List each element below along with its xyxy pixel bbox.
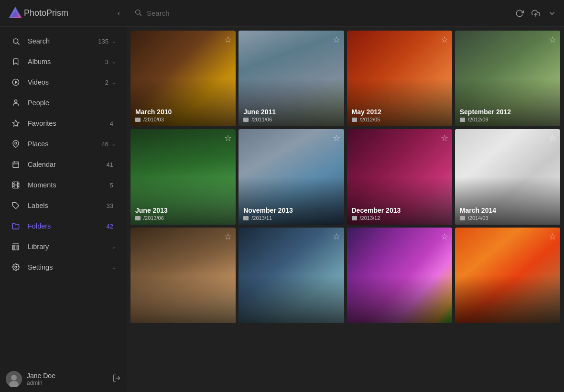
photo-overlay [347,228,452,323]
photo-footer: November 2013 /2013/11 [239,203,344,225]
photo-card[interactable]: March 2010 /2010/03 ☆ [130,31,236,126]
bookmark-icon [11,56,21,67]
calendar-icon [11,159,21,170]
sidebar-count-moments: 5 [110,182,113,189]
photo-card[interactable]: ☆ [347,228,452,323]
star-button[interactable]: ☆ [441,34,448,45]
chevron-down-icon: ⌄ [111,243,116,250]
more-button[interactable] [548,9,556,18]
sidebar-item-people[interactable]: People [3,93,124,113]
photo-path: /2010/03 [135,117,231,122]
chevron-down-icon: ⌄ [111,141,116,147]
person-icon [11,98,21,108]
photo-card[interactable]: September 2012 /2012/09 ☆ [455,31,560,126]
photo-overlay [239,228,344,323]
star-button[interactable]: ☆ [549,133,556,143]
photo-grid: March 2010 /2010/03 ☆ June 2011 /2011/06… [127,27,564,392]
star-button[interactable]: ☆ [333,231,340,242]
sidebar-label-favorites: Favorites [28,120,110,127]
sidebar-item-videos[interactable]: Videos 2 ⌄ [3,72,124,92]
sidebar-item-labels[interactable]: Labels 33 [3,196,124,216]
sidebar-label-settings: Settings [28,263,111,271]
photo-path-text: /2013/06 [143,215,164,221]
folder-small-icon [352,216,357,220]
collapse-sidebar-button[interactable]: ‹ [118,9,120,18]
chevron-down-icon: ⌄ [111,38,116,44]
photo-card[interactable]: November 2013 /2013/11 ☆ [239,129,344,225]
photo-path: /2013/12 [352,215,447,221]
sidebar-label-videos: Videos [28,78,105,86]
photo-path-text: /2011/06 [251,117,272,122]
folder-small-icon [460,216,465,220]
photo-footer: September 2012 /2012/09 [455,104,560,126]
photo-path: /2012/05 [352,117,447,122]
sidebar-count-search: 135 [98,38,108,45]
star-button[interactable]: ☆ [549,231,556,242]
star-button[interactable]: ☆ [441,133,448,143]
svg-marker-5 [15,81,17,83]
svg-rect-24 [17,245,19,250]
upload-button[interactable] [531,9,540,18]
sidebar-count-albums: 3 [105,58,108,65]
photo-path-text: /2010/03 [143,117,164,122]
photo-card[interactable]: ☆ [239,228,344,323]
star-button[interactable]: ☆ [224,34,232,45]
folder-small-icon [243,118,249,122]
avatar [6,371,22,387]
sidebar-item-places[interactable]: Places 46 ⌄ [3,134,124,154]
photo-card[interactable]: December 2013 /2013/12 ☆ [347,129,452,225]
photo-title: June 2013 [135,207,231,214]
photo-card[interactable]: June 2011 /2011/06 ☆ [239,31,344,126]
photo-footer: June 2011 /2011/06 [239,104,344,126]
star-button[interactable]: ☆ [441,231,448,242]
star-button[interactable]: ☆ [549,34,556,45]
photo-path: /2011/06 [243,117,339,122]
photo-path-text: /2013/12 [360,215,380,221]
sidebar-item-folders[interactable]: Folders 42 [3,216,124,236]
svg-line-3 [17,43,19,44]
svg-point-28 [11,375,17,381]
photo-card[interactable]: ☆ [455,228,560,323]
sidebar-header: PhotoPrism ‹ [0,0,127,27]
sidebar-label-labels: Labels [28,202,107,209]
svg-point-2 [13,38,18,43]
svg-point-26 [15,266,17,268]
main-content: March 2010 /2010/03 ☆ June 2011 /2011/06… [127,0,564,392]
folder-small-icon [352,118,357,122]
svg-point-6 [14,100,17,102]
sidebar-item-favorites[interactable]: Favorites 4 [3,113,124,133]
search-input[interactable] [147,9,510,17]
svg-marker-0 [9,7,22,18]
sidebar-nav: Search 135 ⌄ Albums 3 ⌄ Videos 2 ⌄ [0,27,127,366]
star-button[interactable]: ☆ [333,133,340,143]
photo-title: March 2010 [135,108,231,116]
sidebar-label-people: People [28,99,116,107]
label-icon [11,200,21,211]
photo-card[interactable]: May 2012 /2012/05 ☆ [347,31,452,126]
photo-title: September 2012 [460,108,555,116]
photo-overlay [130,228,236,323]
play-icon [11,77,21,87]
star-button[interactable]: ☆ [333,34,340,45]
sidebar-item-moments[interactable]: Moments 5 [3,175,124,195]
gear-icon [11,262,21,272]
photo-card[interactable]: June 2013 /2013/06 ☆ [130,129,236,225]
photo-path: /2013/11 [243,215,339,221]
sidebar-item-search[interactable]: Search 135 ⌄ [3,31,124,51]
photo-footer: March 2010 /2010/03 [130,104,236,126]
photo-footer: June 2013 /2013/06 [130,203,236,225]
logout-button[interactable] [112,374,121,385]
sidebar-item-albums[interactable]: Albums 3 ⌄ [3,52,124,72]
svg-line-32 [140,14,141,16]
star-button[interactable]: ☆ [224,133,232,143]
sidebar-item-calendar[interactable]: Calendar 41 [3,154,124,174]
photo-card[interactable]: ☆ [130,228,236,323]
sidebar-item-library[interactable]: Library ⌄ [3,237,124,257]
sidebar-item-settings[interactable]: Settings ⌄ [3,257,124,277]
location-icon [11,139,21,149]
star-button[interactable]: ☆ [224,231,232,242]
photo-path: /2012/09 [460,117,555,122]
photo-card[interactable]: March 2014 /2014/03 ☆ [455,129,560,225]
refresh-button[interactable] [515,9,524,18]
photo-path-text: /2012/05 [360,117,380,122]
